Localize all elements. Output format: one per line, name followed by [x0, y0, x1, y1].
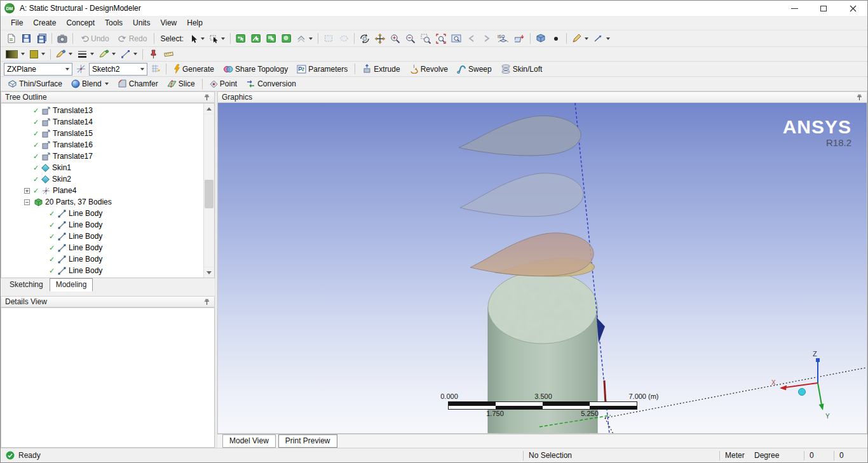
- tree-item-skin1[interactable]: Skin1: [1, 162, 203, 173]
- minimize-button[interactable]: [780, 1, 809, 16]
- display-points-button[interactable]: [549, 32, 563, 45]
- menu-units[interactable]: Units: [128, 17, 155, 29]
- menu-tools[interactable]: Tools: [100, 17, 128, 29]
- blend-button[interactable]: Blend: [67, 77, 112, 91]
- separator: [72, 33, 73, 44]
- menu-view[interactable]: View: [155, 17, 182, 29]
- tree-item-line-body[interactable]: Line Body: [1, 253, 203, 265]
- collapse-icon[interactable]: [24, 199, 30, 205]
- active-sketch-select[interactable]: Sketch2: [89, 63, 147, 76]
- tab-model-view[interactable]: Model View: [222, 434, 276, 448]
- menu-concept[interactable]: Concept: [61, 17, 100, 29]
- point-style-button[interactable]: [97, 48, 118, 61]
- line-style-button[interactable]: [54, 48, 74, 61]
- pan-button[interactable]: [373, 32, 387, 45]
- edge-direction-button[interactable]: [592, 32, 612, 45]
- tree-item-translate15[interactable]: Translate15: [1, 128, 203, 139]
- conversion-button[interactable]: Conversion: [242, 77, 300, 91]
- chamfer-button[interactable]: Chamfer: [114, 77, 162, 91]
- extend-selection-icon: [297, 34, 306, 43]
- save-button[interactable]: [19, 32, 33, 45]
- tree-item-parts[interactable]: 20 Parts, 37 Bodies: [1, 196, 203, 208]
- zoom-in-button[interactable]: [388, 32, 402, 45]
- tab-modeling[interactable]: Modeling: [50, 278, 93, 292]
- close-button[interactable]: [838, 1, 867, 16]
- sweep-button[interactable]: Sweep: [453, 62, 496, 76]
- box-select-button[interactable]: [322, 32, 336, 45]
- edge-coloring-button[interactable]: [570, 32, 590, 45]
- scroll-up-button[interactable]: [204, 104, 214, 114]
- save-all-button[interactable]: [34, 32, 48, 45]
- parameters-button[interactable]: Parameters: [293, 62, 351, 76]
- tree-item-skin2[interactable]: Skin2: [1, 173, 203, 185]
- tree-item-line-body[interactable]: Line Body: [1, 265, 203, 276]
- display-style-button[interactable]: [4, 48, 27, 61]
- tab-print-preview[interactable]: Print Preview: [278, 434, 337, 448]
- filter-body-button[interactable]: [280, 32, 294, 45]
- tree-item-translate14[interactable]: Translate14: [1, 116, 203, 128]
- skin-loft-button[interactable]: Skin/Loft: [497, 62, 546, 76]
- menu-help[interactable]: Help: [182, 17, 208, 29]
- tree-item-translate13[interactable]: Translate13: [1, 105, 203, 116]
- slice-button[interactable]: Slice: [163, 77, 199, 91]
- image-capture-button[interactable]: [55, 32, 69, 45]
- menu-create[interactable]: Create: [28, 17, 61, 29]
- tree-item-plane4[interactable]: Plane4: [1, 185, 203, 196]
- next-view-button[interactable]: [480, 32, 494, 45]
- line-weight-button[interactable]: [76, 48, 96, 61]
- graphics-viewport[interactable]: Z X Y ANSYS R18.2 0.000 3.500 7.000 (m): [217, 103, 867, 434]
- lasso-select-button[interactable]: [337, 32, 351, 45]
- pin-icon[interactable]: [203, 299, 210, 305]
- undo-button[interactable]: Undo: [76, 32, 113, 45]
- details-view[interactable]: [1, 307, 215, 448]
- zoom-out-button[interactable]: [403, 32, 417, 45]
- generate-button[interactable]: Generate: [170, 62, 218, 76]
- expand-icon[interactable]: [24, 188, 30, 194]
- maximize-button[interactable]: [809, 1, 838, 16]
- scroll-down-button[interactable]: [204, 267, 214, 278]
- extrude-button[interactable]: Extrude: [358, 62, 403, 76]
- point-button[interactable]: Point: [206, 77, 241, 91]
- tree-item-line-body[interactable]: Line Body: [1, 231, 203, 242]
- tree-item-line-body[interactable]: Line Body: [1, 219, 203, 231]
- filter-edge-button[interactable]: [249, 32, 263, 45]
- redo-button[interactable]: Redo: [114, 32, 151, 45]
- pin-icon[interactable]: [856, 94, 863, 101]
- save-all-icon: [37, 34, 46, 43]
- tab-sketching[interactable]: Sketching: [3, 278, 50, 292]
- revolve-button[interactable]: Revolve: [405, 62, 452, 76]
- new-plane-button[interactable]: [74, 62, 88, 76]
- tag-pin-button[interactable]: [146, 48, 160, 61]
- translate-icon: [41, 129, 50, 138]
- extend-selection-button[interactable]: [295, 32, 315, 45]
- face-color-button[interactable]: [28, 48, 47, 61]
- display-model-button[interactable]: [534, 32, 548, 45]
- tree-item-translate17[interactable]: Translate17: [1, 151, 203, 162]
- select-mode-button[interactable]: [187, 32, 207, 45]
- share-topology-button[interactable]: Share Topology: [219, 62, 292, 76]
- box-zoom-button[interactable]: [419, 32, 433, 45]
- look-at-face-button[interactable]: [513, 32, 527, 45]
- pin-icon[interactable]: [203, 94, 210, 101]
- filter-face-button[interactable]: [264, 32, 278, 45]
- isometric-view-button[interactable]: ISO: [495, 32, 512, 45]
- tree-item-translate16[interactable]: Translate16: [1, 139, 203, 151]
- new-sketch-tool-button[interactable]: [149, 62, 163, 76]
- tree-item-line-body[interactable]: Line Body: [1, 242, 203, 253]
- select-loop-button[interactable]: [208, 32, 227, 45]
- active-plane-select[interactable]: ZXPlane: [4, 63, 72, 76]
- cross-section-alignment-button[interactable]: [119, 48, 139, 61]
- previous-view-button[interactable]: [465, 32, 478, 45]
- rotate-view-button[interactable]: [358, 32, 372, 45]
- menu-file[interactable]: File: [6, 17, 28, 29]
- new-sketch-button[interactable]: [4, 32, 18, 45]
- magnifier-window-button[interactable]: [449, 32, 463, 45]
- tree-scrollbar[interactable]: [203, 104, 214, 278]
- filter-vertex-button[interactable]: [234, 32, 248, 45]
- ruler-toggle-button[interactable]: [161, 48, 175, 61]
- thin-surface-button[interactable]: Thin/Surface: [4, 77, 66, 91]
- scrollbar-thumb[interactable]: [205, 180, 214, 208]
- zoom-to-fit-button[interactable]: [434, 32, 448, 45]
- details-view-header: Details View: [1, 296, 215, 307]
- tree-item-line-body[interactable]: Line Body: [1, 208, 203, 219]
